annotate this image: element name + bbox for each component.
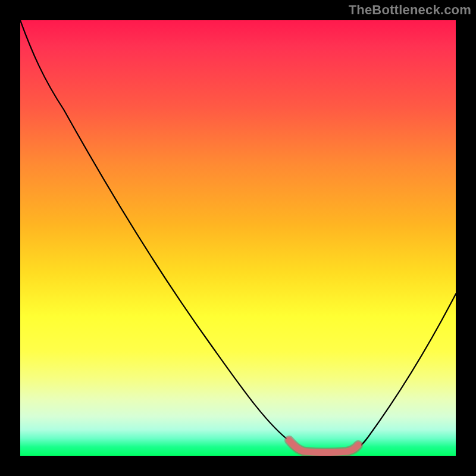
watermark-text: TheBottleneck.com [349,4,471,17]
highlight-segment-top [289,440,358,453]
bottleneck-curve [20,20,456,451]
chart-frame: TheBottleneck.com [0,0,476,476]
curve-layer [20,20,456,456]
plot-area [20,20,456,456]
